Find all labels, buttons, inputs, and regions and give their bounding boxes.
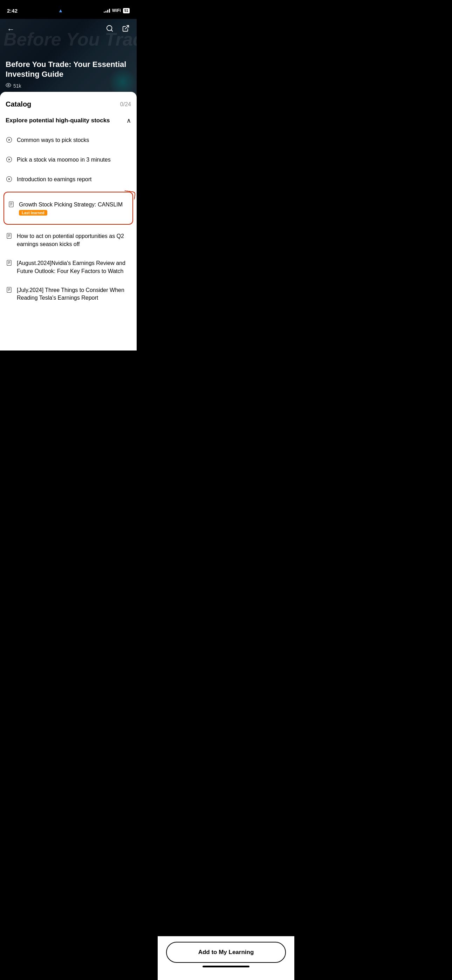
status-time: 2:42	[7, 8, 18, 14]
search-button[interactable]	[104, 23, 115, 36]
catalog-header: Catalog 0/24	[6, 100, 131, 108]
section-header[interactable]: Explore potential high-quality stocks ∧	[6, 117, 131, 124]
lesson-content: Pick a stock via moomoo in 3 minutes	[17, 156, 131, 164]
signal-icon	[104, 8, 110, 13]
views-eye-icon	[6, 83, 11, 89]
nav-right-buttons	[104, 23, 131, 36]
lesson-content: Common ways to pick stocks	[17, 136, 131, 144]
list-item[interactable]: Pick a stock via moomoo in 3 minutes	[6, 151, 131, 169]
hero-views: 51k	[6, 83, 131, 89]
battery-icon: 51	[123, 8, 130, 13]
lesson-title: Growth Stock Picking Strategy: CANSLIM	[19, 201, 129, 208]
svg-line-1	[111, 30, 113, 31]
last-learned-badge: Last learned	[19, 210, 47, 216]
svg-marker-5	[9, 139, 11, 141]
dynamic-island: ▲	[40, 5, 82, 16]
hero-nav: ←	[0, 19, 137, 40]
hero-content: Before You Trade: Your Essential Investi…	[6, 60, 131, 89]
document-icon	[8, 201, 15, 209]
svg-rect-22	[7, 287, 11, 292]
lesson-content: Growth Stock Picking Strategy: CANSLIM L…	[19, 201, 129, 216]
lesson-content: [August.2024]Nvidia's Earnings Review an…	[17, 259, 131, 275]
lesson-content: How to act on potential opportunities as…	[17, 232, 131, 248]
lesson-title: Pick a stock via moomoo in 3 minutes	[17, 156, 131, 164]
lesson-title: [August.2024]Nvidia's Earnings Review an…	[17, 259, 131, 275]
list-item[interactable]: Growth Stock Picking Strategy: CANSLIM L…	[8, 196, 129, 221]
svg-rect-14	[7, 234, 11, 239]
svg-marker-7	[9, 158, 11, 161]
share-button[interactable]	[121, 23, 131, 36]
document-icon	[6, 287, 13, 295]
highlighted-lesson-box: Growth Stock Picking Strategy: CANSLIM L…	[3, 192, 133, 225]
section-title: Explore potential high-quality stocks	[6, 117, 126, 124]
svg-marker-9	[9, 178, 11, 180]
svg-rect-18	[7, 261, 11, 266]
navigation-arrow-icon: ▲	[58, 8, 63, 13]
list-item[interactable]: Common ways to pick stocks	[6, 131, 131, 150]
wifi-icon: WiFi	[112, 8, 121, 13]
lesson-list: Common ways to pick stocks Pick a stock …	[6, 131, 131, 307]
document-icon	[6, 260, 13, 268]
back-button[interactable]: ←	[6, 24, 16, 35]
catalog-progress: 0/24	[120, 101, 131, 108]
catalog-title: Catalog	[6, 100, 31, 108]
svg-line-2	[125, 25, 129, 29]
views-count: 51k	[13, 83, 21, 89]
content-sheet: Catalog 0/24 Explore potential high-qual…	[0, 92, 137, 350]
document-icon	[6, 233, 13, 241]
hero-section: Before You Trade ← Before You Trade: You…	[0, 19, 137, 96]
lesson-content: [July.2024] Three Things to Consider Whe…	[17, 286, 131, 302]
status-icons: WiFi 51	[104, 8, 130, 13]
list-item[interactable]: How to act on potential opportunities as…	[6, 228, 131, 253]
play-icon	[6, 176, 13, 184]
lesson-title: Introduction to earnings report	[17, 176, 131, 183]
lesson-title: How to act on potential opportunities as…	[17, 232, 131, 248]
list-item[interactable]: [August.2024]Nvidia's Earnings Review an…	[6, 255, 131, 280]
lesson-content: Introduction to earnings report	[17, 176, 131, 183]
play-icon	[6, 137, 13, 145]
svg-rect-10	[9, 202, 13, 207]
svg-point-3	[8, 84, 9, 86]
list-item[interactable]: [July.2024] Three Things to Consider Whe…	[6, 282, 131, 307]
status-bar: 2:42 ▲ WiFi 51	[0, 0, 137, 19]
chevron-up-icon: ∧	[126, 117, 131, 124]
list-item[interactable]: Introduction to earnings report	[6, 171, 131, 189]
play-icon	[6, 156, 13, 164]
lesson-title: Common ways to pick stocks	[17, 136, 131, 144]
lesson-title: [July.2024] Three Things to Consider Whe…	[17, 286, 131, 302]
hero-title: Before You Trade: Your Essential Investi…	[6, 60, 131, 80]
